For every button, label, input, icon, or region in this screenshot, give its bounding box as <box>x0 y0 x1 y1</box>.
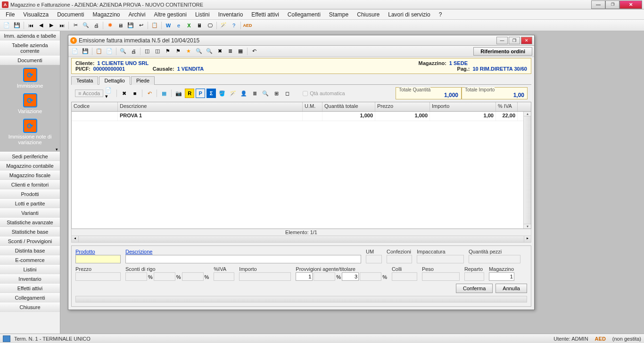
sidebar-item-mag-fiscale[interactable]: Magazzino fiscale <box>0 171 60 180</box>
print-preview-icon[interactable]: 🔍 <box>81 21 91 30</box>
accoda-button[interactable]: ≡ Accoda <box>75 90 103 97</box>
table-row[interactable]: PROVA 1 1,000 1,000 1,00 22,00 <box>72 112 531 121</box>
sidebar-item-mag-contabile[interactable]: Magazzino contabile <box>0 161 60 171</box>
dt-tree-icon[interactable]: ⊞ <box>272 89 281 98</box>
sidebar-item-sedi[interactable]: Sedi periferiche <box>0 152 60 161</box>
minimize-button[interactable] <box>591 0 605 9</box>
sidebar-item-tabelle[interactable]: Tabelle azienda corrente <box>0 41 60 56</box>
magazzino-input[interactable] <box>489 272 514 281</box>
sconto1-input[interactable] <box>125 272 147 281</box>
menu-listini[interactable]: Listini <box>191 10 214 19</box>
first-icon[interactable]: ⏮ <box>26 21 35 30</box>
dt-new-icon[interactable]: 📄▾ <box>105 89 114 98</box>
qpezzi-input[interactable] <box>469 255 520 263</box>
piva-input[interactable] <box>214 272 234 281</box>
dt-r-icon[interactable]: R <box>185 89 194 98</box>
sidebar-big-imm-note[interactable]: ⟳ Immissione note di variazione <box>0 116 60 147</box>
dt-sigma-icon[interactable]: Σ <box>206 89 216 98</box>
col-descrizione[interactable]: Descrizione <box>118 102 303 111</box>
it-box2-icon[interactable]: ◫ <box>153 47 162 56</box>
print-icon[interactable]: 🖨 <box>91 21 101 30</box>
word-icon[interactable]: W <box>164 21 173 30</box>
it-copy-icon[interactable]: 📋 <box>94 47 104 56</box>
sidebar-item-imm-azienda[interactable]: Imm. azienda e tabelle <box>0 31 60 41</box>
close-button[interactable] <box>619 0 642 9</box>
impaccatura-input[interactable] <box>417 255 464 263</box>
ie-icon[interactable]: e <box>174 21 183 30</box>
qta-auto-checkbox[interactable] <box>303 91 308 96</box>
provv-titolare-input[interactable] <box>342 272 359 281</box>
menu-magazzino[interactable]: Magazzino <box>89 10 124 19</box>
calc-icon[interactable]: 🖩 <box>195 21 204 30</box>
excel-icon[interactable]: X <box>184 21 194 30</box>
it-x-icon[interactable]: ✖ <box>215 47 224 56</box>
help-icon[interactable]: ? <box>229 21 239 30</box>
peso-input[interactable] <box>422 272 460 281</box>
inner-minimize-button[interactable]: — <box>496 37 508 44</box>
it-report-icon[interactable]: ≣ <box>225 47 235 56</box>
sidebar-item-listini[interactable]: Listini <box>0 265 60 274</box>
cut-icon[interactable]: ✂ <box>71 21 80 30</box>
menu-file[interactable]: File <box>2 10 18 19</box>
dt-p-icon[interactable]: P <box>196 89 205 98</box>
importo-input[interactable] <box>239 272 291 281</box>
sidebar-item-lotti[interactable]: Lotti e partite <box>0 199 60 208</box>
it-table-icon[interactable]: ▦ <box>236 47 245 56</box>
it-zoom-out-icon[interactable]: 🔍 <box>194 47 204 56</box>
disk-icon[interactable]: 💾 <box>126 21 135 30</box>
col-prezzo[interactable]: Prezzo <box>375 102 430 111</box>
it-save-icon[interactable]: 💾 <box>81 47 90 56</box>
inner-close-button[interactable]: ✕ <box>521 37 532 44</box>
sidebar-item-ecommerce[interactable]: E-commerce <box>0 255 60 265</box>
it-flag-icon[interactable]: ⚑ <box>163 47 173 56</box>
menu-chiusure[interactable]: Chiusure <box>353 10 383 19</box>
dt-stop-icon[interactable]: ■ <box>130 89 140 98</box>
sidebar-item-clienti[interactable]: Clienti e fornitori <box>0 180 60 189</box>
prezzo-input[interactable] <box>75 272 121 281</box>
sconto3-input[interactable] <box>182 272 204 281</box>
menu-documenti[interactable]: Documenti <box>53 10 88 19</box>
descrizione-label[interactable]: Descrizione <box>125 249 361 254</box>
sidebar-item-collegamenti[interactable]: Collegamenti <box>0 293 60 302</box>
dt-undo-icon[interactable]: ↶ <box>145 89 154 98</box>
it-print-icon[interactable]: 🖨 <box>129 47 138 56</box>
sidebar-item-chiusure[interactable]: Chiusure <box>0 302 60 312</box>
sidebar-big-variazione[interactable]: ⟳ Variazione <box>0 90 60 116</box>
sconto2-input[interactable] <box>154 272 175 281</box>
new-icon[interactable]: 📄 <box>2 21 11 30</box>
dt-search-icon[interactable]: 🔍 <box>261 89 270 98</box>
dt-square-icon[interactable]: ◻ <box>282 89 292 98</box>
aed-icon[interactable]: AED <box>243 21 252 30</box>
dt-grid-icon[interactable]: ▦ <box>159 89 169 98</box>
sidebar-item-prodotti[interactable]: Prodotti <box>0 189 60 199</box>
it-flag2-icon[interactable]: ⚑ <box>173 47 183 56</box>
prodotto-input[interactable] <box>75 255 121 263</box>
menu-collegamenti[interactable]: Collegamenti <box>284 10 324 19</box>
menu-help[interactable]: ? <box>435 10 446 19</box>
col-qta[interactable]: Quantità totale <box>322 102 375 111</box>
tab-dettaglio[interactable]: Dettaglio <box>99 76 130 85</box>
prodotto-label[interactable]: Prodotto <box>75 249 121 254</box>
um-input[interactable] <box>366 255 382 263</box>
it-box1-icon[interactable]: ◫ <box>142 47 152 56</box>
sidebar-expand-icon[interactable]: ▾ <box>0 147 60 152</box>
it-undo-icon[interactable]: ↶ <box>249 47 259 56</box>
it-paste-icon[interactable]: 📄 <box>105 47 114 56</box>
riferimento-ordini-button[interactable]: Riferimento ordini <box>473 47 532 56</box>
menu-lavori[interactable]: Lavori di servizio <box>384 10 434 19</box>
back-icon[interactable]: ↩ <box>136 21 146 30</box>
save-icon[interactable]: 💾 <box>12 21 22 30</box>
maximize-button[interactable] <box>605 0 619 9</box>
prev-icon[interactable]: ◀ <box>36 21 46 30</box>
sidebar-item-effetti[interactable]: Effetti attivi <box>0 284 60 293</box>
menu-stampe[interactable]: Stampe <box>325 10 352 19</box>
doc-icon[interactable]: 📋 <box>150 21 159 30</box>
conferma-button[interactable]: Conferma <box>456 284 493 293</box>
dt-delete-icon[interactable]: ✖ <box>119 89 129 98</box>
sidebar-big-immissione[interactable]: ⟳ Immissione <box>0 65 60 90</box>
confezioni-input[interactable] <box>387 255 412 263</box>
sidebar-item-stat-base[interactable]: Statistiche base <box>0 227 60 237</box>
sidebar-item-documenti[interactable]: Documenti <box>0 56 60 65</box>
next-icon[interactable]: ▶ <box>47 21 56 30</box>
col-iva[interactable]: % IVA <box>496 102 518 111</box>
